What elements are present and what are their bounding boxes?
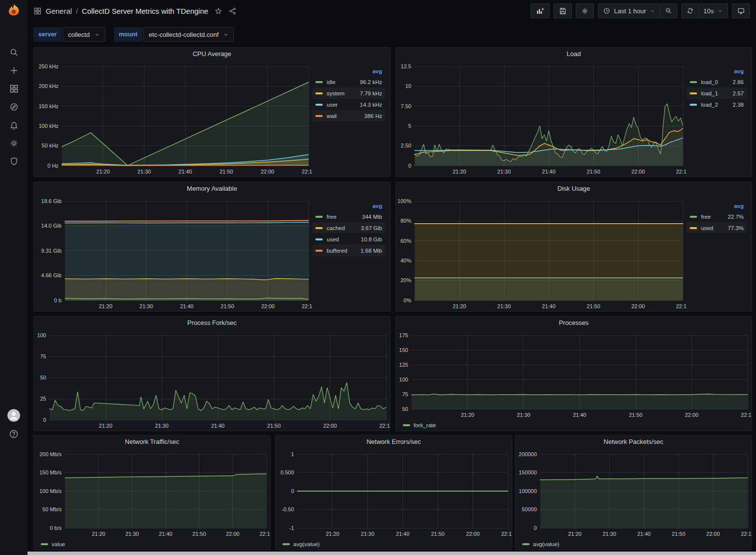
- svg-text:22:10: 22:10: [259, 531, 270, 537]
- svg-text:21:30: 21:30: [140, 303, 153, 309]
- svg-text:100000: 100000: [519, 488, 537, 494]
- legend-item-avg(value)[interactable]: avg(value): [282, 541, 320, 547]
- legend-net-packets: avg(value): [515, 539, 752, 550]
- svg-text:14.0 Gib: 14.0 Gib: [41, 223, 62, 229]
- legend-item-used[interactable]: used10.8 Gib: [312, 234, 385, 245]
- panel-title[interactable]: Disk Usage: [396, 182, 752, 195]
- explore-compass-icon[interactable]: [8, 101, 19, 112]
- timeseries-chart-disk[interactable]: 0%20%40%60%80%100%21:2021:3021:4021:5022…: [396, 195, 687, 311]
- timeseries-chart-memory[interactable]: 0 b4.66 Gib9.31 Gib14.0 Gib18.6 Gib21:20…: [34, 195, 312, 311]
- svg-text:200 kHz: 200 kHz: [39, 83, 58, 89]
- legend-series-name: idle: [327, 79, 336, 85]
- time-range-label: Last 1 hour: [614, 7, 646, 15]
- save-dashboard-button[interactable]: [554, 3, 572, 18]
- refresh-button[interactable]: [681, 3, 699, 18]
- legend-series-value: 22.7%: [728, 214, 744, 220]
- legend-item-load_2[interactable]: load_22.38: [687, 99, 747, 110]
- svg-text:18.6 Gib: 18.6 Gib: [41, 198, 62, 204]
- panel-title[interactable]: Process Fork/sec: [34, 317, 390, 329]
- time-range-picker[interactable]: Last 1 hour: [598, 3, 660, 18]
- grafana-logo[interactable]: [5, 2, 22, 19]
- refresh-interval-dropdown[interactable]: 10s: [699, 3, 728, 18]
- variable-value-mount[interactable]: etc-collectd-collectd.conf: [143, 27, 234, 42]
- legend-item-system[interactable]: system7.79 kHz: [312, 88, 385, 99]
- legend-load: avgload_02.86load_12.57load_22.38: [687, 60, 752, 176]
- dashboard-settings-button[interactable]: [576, 3, 594, 18]
- series-color-swatch: [315, 227, 323, 229]
- legend-avg-header[interactable]: avg: [687, 201, 747, 211]
- legend-avg-header[interactable]: avg: [312, 201, 385, 211]
- legend-series-value: 14.3 kHz: [360, 102, 382, 108]
- variable-mount: mount etc-collectd-collectd.conf: [114, 27, 234, 42]
- legend-item-free[interactable]: free344 Mib: [312, 211, 385, 222]
- panel-title[interactable]: Network Packets/sec: [515, 436, 752, 448]
- horizontal-scrollbar[interactable]: [28, 552, 756, 555]
- legend-series-value: 77.3%: [728, 225, 744, 231]
- alerting-bell-icon[interactable]: [8, 119, 19, 130]
- settings-gear-icon[interactable]: [8, 138, 19, 148]
- legend-item-avg(value)[interactable]: avg(value): [522, 541, 560, 547]
- svg-text:21:30: 21:30: [138, 169, 151, 175]
- panel-title[interactable]: CPU Average: [34, 48, 390, 60]
- legend-item-load_1[interactable]: load_12.57: [687, 88, 747, 99]
- panel-title[interactable]: Memory Available: [34, 182, 390, 195]
- svg-text:100 Mb/s: 100 Mb/s: [39, 488, 62, 494]
- zoom-out-button[interactable]: [660, 3, 677, 18]
- timeseries-chart-processes[interactable]: 507510012515017521:2021:3021:4021:5022:0…: [396, 329, 752, 420]
- svg-text:200 Mb/s: 200 Mb/s: [39, 451, 62, 457]
- svg-text:21:30: 21:30: [497, 303, 511, 309]
- timeseries-chart-cpu[interactable]: 0 Hz50 kHz100 kHz150 kHz200 kHz250 kHz21…: [34, 60, 312, 176]
- series-color-swatch: [315, 250, 323, 252]
- panel-process-fork: Process Fork/sec 025507510021:2021:3021:…: [33, 316, 391, 431]
- legend-item-used[interactable]: used77.3%: [687, 222, 747, 234]
- legend-avg-header[interactable]: avg: [312, 66, 385, 76]
- legend-item-user[interactable]: user14.3 kHz: [312, 99, 385, 110]
- variable-server: server collectd: [33, 27, 105, 42]
- svg-text:150000: 150000: [519, 469, 537, 475]
- legend-series-value: 2.38: [733, 102, 744, 108]
- svg-text:21:20: 21:20: [326, 531, 339, 537]
- timeseries-chart-fork[interactable]: 025507510021:2021:3021:4021:5022:0022:10: [34, 329, 390, 431]
- legend-item-fork_rate[interactable]: fork_rate: [403, 422, 436, 428]
- star-icon[interactable]: [214, 7, 223, 15]
- svg-text:21:30: 21:30: [497, 169, 511, 175]
- plus-icon[interactable]: [8, 65, 19, 76]
- kiosk-mode-button[interactable]: [732, 3, 750, 18]
- admin-shield-icon[interactable]: [8, 156, 19, 167]
- legend-series-name: free: [327, 214, 336, 220]
- legend-item-buffered[interactable]: buffered1.68 Mib: [312, 245, 385, 256]
- legend-item-idle[interactable]: idle96.2 kHz: [312, 76, 385, 88]
- dashboards-icon[interactable]: [8, 83, 19, 94]
- panel-title[interactable]: Load: [396, 48, 752, 60]
- series-color-swatch: [315, 115, 323, 117]
- svg-text:10: 10: [405, 83, 411, 89]
- panel-title[interactable]: Network Traffic/sec: [34, 436, 270, 448]
- legend-item-cached[interactable]: cached3.67 Gib: [312, 222, 385, 234]
- avatar[interactable]: [7, 409, 20, 422]
- legend-item-wait[interactable]: wait386 Hz: [312, 110, 385, 121]
- help-icon[interactable]: [8, 429, 19, 439]
- svg-text:2.50: 2.50: [401, 143, 411, 148]
- svg-text:0: 0: [43, 417, 46, 423]
- timeseries-chart-net-packets[interactable]: 05000010000015000020000021:2021:3021:402…: [515, 448, 752, 539]
- timeseries-chart-net-traffic[interactable]: 0 b/s50 Mb/s100 Mb/s150 Mb/s200 Mb/s21:2…: [34, 448, 270, 539]
- variable-value-server[interactable]: collectd: [63, 27, 105, 42]
- panel-title[interactable]: Network Errors/sec: [276, 436, 512, 448]
- svg-text:21:30: 21:30: [603, 531, 616, 537]
- svg-text:60%: 60%: [400, 238, 411, 244]
- search-icon[interactable]: [8, 47, 19, 58]
- breadcrumb-folder[interactable]: General: [46, 7, 72, 15]
- timeseries-chart-load[interactable]: 02.5057.501012.521:2021:3021:4021:5022:0…: [396, 60, 687, 176]
- series-color-swatch: [41, 543, 48, 545]
- timeseries-chart-net-errors[interactable]: -1-0.5000.500121:2021:3021:4021:5022:002…: [276, 448, 512, 539]
- share-icon[interactable]: [228, 7, 237, 15]
- svg-text:22:10: 22:10: [741, 412, 752, 418]
- legend-item-load_0[interactable]: load_02.86: [687, 76, 747, 88]
- legend-item-free[interactable]: free22.7%: [687, 211, 747, 222]
- svg-text:50 kHz: 50 kHz: [42, 143, 58, 148]
- legend-item-value[interactable]: value: [41, 541, 65, 547]
- add-panel-button[interactable]: [531, 3, 550, 18]
- legend-avg-header[interactable]: avg: [687, 66, 747, 76]
- panel-title[interactable]: Processes: [396, 317, 752, 329]
- sidebar-icons: [8, 47, 19, 167]
